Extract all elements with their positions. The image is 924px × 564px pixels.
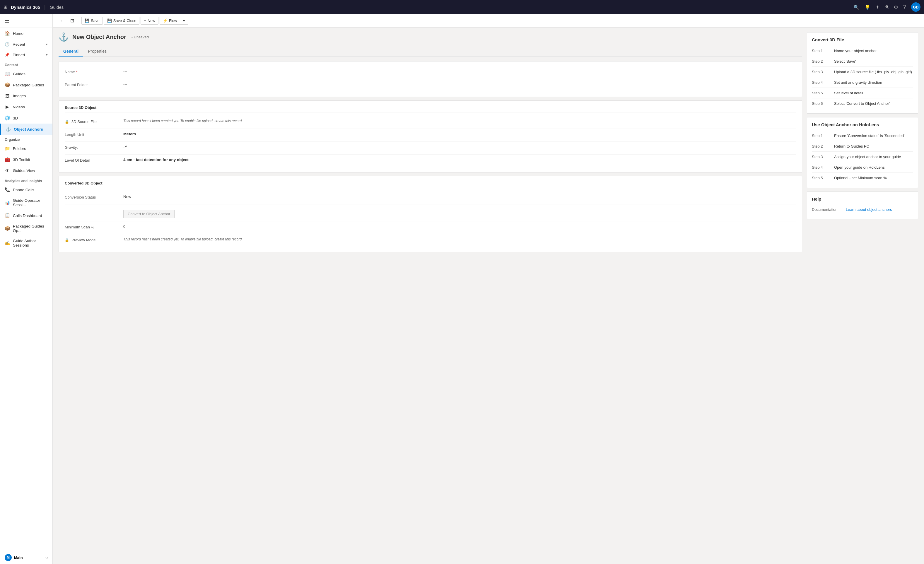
app-name: Dynamics 365 — [11, 4, 40, 10]
flow-label: Flow — [169, 18, 177, 23]
level-of-detail-label: Level Of Detail — [65, 158, 123, 162]
preview-model-note: This record hasn't been created yet. To … — [123, 237, 796, 241]
sidebar-item-guides-view[interactable]: 👁 Guides View — [0, 165, 52, 176]
source-file-lock-icon: 🔒 — [65, 120, 69, 124]
sidebar-item-object-anchors[interactable]: ⚓ Object Anchors — [0, 124, 52, 135]
hololens-step-3-text: Assign your object anchor to your guide — [834, 154, 913, 159]
search-icon[interactable]: 🔍 — [854, 4, 859, 10]
minimum-scan-value[interactable]: 0 — [123, 224, 796, 229]
sidebar-item-recent[interactable]: 🕐 Recent ▾ — [0, 39, 52, 50]
videos-icon: ▶ — [4, 104, 10, 110]
waffle-icon[interactable]: ⊞ — [3, 4, 8, 10]
help-title: Help — [812, 196, 913, 201]
length-unit-value[interactable]: Meters — [123, 132, 796, 136]
sidebar-folders-label: Folders — [13, 146, 26, 151]
add-icon[interactable]: + — [876, 4, 879, 10]
source-3d-title: Source 3D Object — [65, 105, 796, 112]
level-of-detail-row: Level Of Detail 4 cm - fast detection fo… — [65, 154, 796, 168]
conversion-status-value: New — [123, 195, 796, 199]
page-content: ⚓ New Object Anchor - Unsaved General Pr… — [53, 27, 924, 564]
sidebar-item-packaged-guides[interactable]: 📦 Packaged Guides — [0, 80, 52, 90]
back-button[interactable]: ← — [57, 17, 67, 25]
conversion-status-row: Conversion Status New — [65, 192, 796, 204]
sidebar-item-guides[interactable]: 📖 Guides — [0, 68, 52, 80]
new-button[interactable]: + New — [141, 17, 159, 25]
sidebar-item-packaged-guides-op[interactable]: 📦 Packaged Guides Op... — [0, 221, 52, 236]
convert-step-5-text: Set level of detail — [834, 91, 913, 95]
flow-dropdown-icon: ▾ — [183, 18, 185, 23]
sidebar-footer[interactable]: M Main ◇ — [0, 551, 52, 564]
convert-step-5: Step 5 Set level of detail — [812, 88, 913, 98]
hololens-step-3-label: Step 3 — [812, 154, 830, 159]
top-navigation: ⊞ Dynamics 365 | Guides 🔍 💡 + ⚗ ⚙ ? GD — [0, 0, 924, 14]
sidebar-item-guide-operator[interactable]: 📊 Guide Operator Sessi... — [0, 195, 52, 210]
hololens-step-3: Step 3 Assign your object anchor to your… — [812, 152, 913, 162]
sidebar-home-label: Home — [13, 32, 23, 36]
gravity-row: Gravity: -Y — [65, 142, 796, 154]
phone-calls-icon: 📞 — [4, 187, 10, 192]
convert-step-4: Step 4 Set unit and gravity direction — [812, 77, 913, 88]
content-section-label: Content — [0, 60, 52, 68]
recent-arrow-icon: ▾ — [46, 42, 48, 46]
learn-about-object-anchors-link[interactable]: Learn about object anchors — [846, 207, 892, 212]
convert-step-3-text: Upload a 3D source file (.fbx .ply .obj … — [834, 70, 913, 74]
help-icon[interactable]: ? — [903, 4, 906, 10]
flow-button[interactable]: ⚡ Flow — [160, 17, 180, 24]
sidebar-item-phone-calls[interactable]: 📞 Phone Calls — [0, 184, 52, 195]
sidebar-guides-label: Guides — [13, 72, 26, 76]
level-of-detail-value[interactable]: 4 cm - fast detection for any object — [123, 158, 796, 162]
flow-dropdown-button[interactable]: ▾ — [180, 17, 188, 24]
flow-icon: ⚡ — [163, 18, 168, 23]
convert-to-object-anchor-button[interactable]: Convert to Object Anchor — [123, 210, 174, 218]
basic-info-section: Name * --- Parent Folder --- — [58, 61, 802, 97]
required-indicator: * — [76, 70, 78, 74]
use-on-hololens-title: Use Object Anchor on HoloLens — [812, 122, 913, 127]
convert-step-2-text: Select 'Save' — [834, 59, 913, 63]
refresh-button[interactable]: ⊡ — [68, 16, 76, 25]
convert-step-5-label: Step 5 — [812, 91, 830, 95]
sidebar-phone-calls-label: Phone Calls — [13, 188, 34, 192]
settings-icon[interactable]: ⚙ — [894, 4, 898, 10]
avatar[interactable]: GD — [911, 2, 921, 12]
preview-model-row: 🔒 Preview Model This record hasn't been … — [65, 234, 796, 247]
parent-folder-row: Parent Folder --- — [65, 79, 796, 92]
filter-icon[interactable]: ⚗ — [885, 4, 889, 10]
sidebar-packaged-guides-op-label: Packaged Guides Op... — [13, 224, 48, 233]
hololens-step-5-label: Step 5 — [812, 176, 830, 180]
sidebar-item-guide-author[interactable]: ✍ Guide Author Sessions — [0, 236, 52, 250]
record-icon: ⚓ — [58, 32, 69, 42]
sidebar-item-calls-dashboard[interactable]: 📋 Calls Dashboard — [0, 210, 52, 221]
toolbar: ← ⊡ 💾 Save 💾 Save & Close + New ⚡ Flow — [53, 14, 924, 27]
documentation-label: Documentation — [812, 207, 841, 212]
object-anchors-icon: ⚓ — [6, 126, 11, 132]
module-name: Guides — [50, 4, 64, 10]
top-nav-right: 🔍 💡 + ⚗ ⚙ ? GD — [854, 2, 921, 12]
lightbulb-icon[interactable]: 💡 — [864, 4, 870, 10]
name-value[interactable]: --- — [123, 69, 796, 74]
gravity-value[interactable]: -Y — [123, 145, 796, 149]
tab-properties[interactable]: Properties — [83, 46, 111, 57]
hololens-step-5: Step 5 Optional - set Minimum scan % — [812, 173, 913, 183]
hololens-step-2-label: Step 2 — [812, 144, 830, 148]
sidebar-toggle[interactable]: ☰ — [0, 14, 52, 28]
sidebar-item-videos[interactable]: ▶ Videos — [0, 101, 52, 112]
sidebar-item-images[interactable]: 🖼 Images — [0, 90, 52, 101]
sidebar-item-home[interactable]: 🏠 Home — [0, 28, 52, 39]
sidebar-footer-avatar: M — [4, 554, 12, 561]
pinned-arrow-icon: ▾ — [46, 53, 48, 57]
sidebar-item-3d[interactable]: 🧊 3D — [0, 112, 52, 124]
sidebar-item-3d-toolkit[interactable]: 🧰 3D Toolkit — [0, 154, 52, 165]
convert-btn-row: Convert to Object Anchor — [65, 204, 796, 221]
right-panel: Convert 3D File Step 1 Name your object … — [807, 32, 918, 560]
page-title: New Object Anchor — [72, 34, 126, 40]
save-button[interactable]: 💾 Save — [81, 17, 103, 25]
convert-step-1: Step 1 Name your object anchor — [812, 46, 913, 56]
parent-folder-value: --- — [123, 82, 796, 86]
convert-step-3-label: Step 3 — [812, 70, 830, 74]
save-close-button[interactable]: 💾 Save & Close — [104, 17, 140, 25]
sidebar: ☰ 🏠 Home 🕐 Recent ▾ 📌 Pinned ▾ Content 📖… — [0, 14, 53, 564]
save-label: Save — [91, 18, 100, 23]
sidebar-item-pinned[interactable]: 📌 Pinned ▾ — [0, 50, 52, 60]
tab-general[interactable]: General — [58, 46, 83, 57]
sidebar-item-folders[interactable]: 📁 Folders — [0, 143, 52, 154]
